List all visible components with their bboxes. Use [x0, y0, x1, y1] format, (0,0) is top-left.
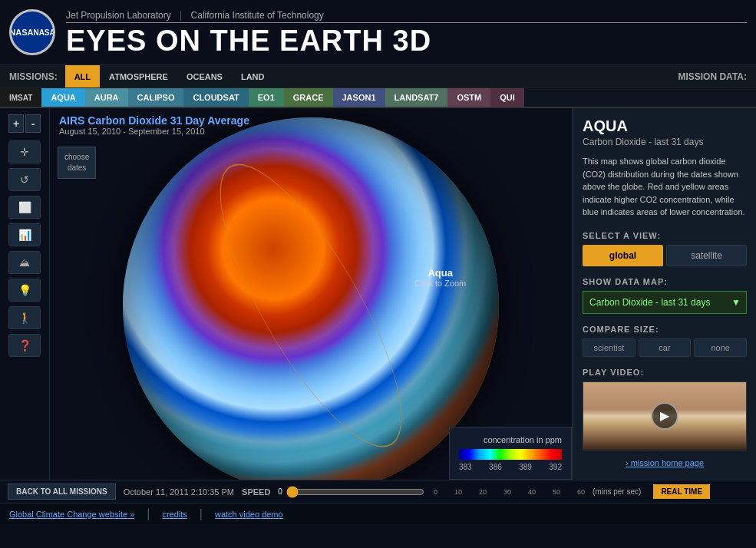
orbit-line [188, 142, 433, 470]
speed-tick-0: 0 [434, 488, 437, 496]
footer: Global Climate Change website » | credit… [0, 503, 756, 524]
data-map-dropdown[interactable]: Carbon Dioxide - last 31 days [583, 291, 747, 314]
panel-subtitle: Carbon Dioxide - last 31 days [583, 137, 747, 147]
data-title-bar: AIRS Carbon Dioxide 31 Day Average Augus… [50, 108, 572, 142]
tooltip-click-action: Click to Zoom [414, 279, 466, 288]
speed-numbers: 0 10 20 30 40 50 60 [434, 488, 585, 496]
globe-visual[interactable]: Aqua Click to Zoom [123, 117, 499, 480]
reset-tool-button[interactable]: ↺ [8, 168, 41, 191]
sat-tab-imsat[interactable]: IMSAT [0, 88, 41, 107]
legend-val-1: 383 [459, 463, 472, 471]
legend-title: concentration in ppm [459, 435, 562, 444]
mission-home-link[interactable]: › mission home page [583, 458, 747, 467]
sat-tab-jason1[interactable]: JASON1 [333, 88, 385, 107]
mission-data-label: MISSION DATA: [678, 71, 747, 82]
org-part2: California Institute of Technology [191, 10, 324, 21]
speed-label: SPEED [242, 487, 270, 497]
mission-tab-all[interactable]: ALL [65, 65, 100, 87]
tooltip-satellite-name: Aqua [414, 267, 466, 279]
panel-description: This map shows global carbon dioxide (CO… [583, 155, 747, 219]
rotate-tool-button[interactable]: ✛ [8, 140, 41, 163]
zoom-in-button[interactable]: + [8, 114, 24, 133]
terrain-tool-button[interactable]: ⛰ [8, 251, 41, 274]
legend-val-3: 389 [519, 463, 532, 471]
dropdown-arrow-icon: ▼ [731, 297, 741, 308]
nasa-logo: NASA [9, 9, 55, 55]
compare-none-button[interactable]: none [694, 338, 747, 357]
zoom-controls: + - [8, 114, 41, 133]
view-tool-button[interactable]: ⬜ [8, 196, 41, 219]
compare-scientist-button[interactable]: scientist [583, 338, 636, 357]
data-date: August 15, 2010 - September 15, 2010 [59, 127, 563, 136]
compare-button-group: scientist car none [583, 338, 747, 357]
back-to-missions-button[interactable]: BACK TO ALL MISSIONS [8, 484, 116, 500]
speed-tick-50: 50 [553, 488, 560, 496]
org-separator: | [180, 10, 182, 21]
view-satellite-button[interactable]: satellite [666, 245, 747, 266]
header-subtitle: Jet Propulsion Laboratory | California I… [66, 10, 747, 23]
bottom-bar: BACK TO ALL MISSIONS October 11, 2011 2:… [0, 480, 756, 503]
dropdown-value: Carbon Dioxide - last 31 days [589, 297, 710, 308]
select-view-label: SELECT A VIEW: [583, 231, 747, 240]
person-tool-button[interactable]: 🚶 [8, 306, 41, 329]
help-tool-button[interactable]: ❓ [8, 334, 41, 357]
sat-tab-aura[interactable]: AURA [85, 88, 128, 107]
sat-tab-eo1[interactable]: EO1 [249, 88, 284, 107]
globe-area[interactable]: AIRS Carbon Dioxide 31 Day Average Augus… [50, 108, 572, 480]
mission-tab-land[interactable]: LAND [232, 65, 274, 87]
view-global-button[interactable]: global [583, 245, 663, 266]
footer-sep-1: | [147, 507, 150, 521]
choose-dates-button[interactable]: choosedates [58, 147, 96, 179]
show-data-label: SHOW DATA MAP: [583, 277, 747, 286]
legend-labels: 383 386 389 392 [459, 463, 562, 471]
sat-tab-ostm[interactable]: OSTM [447, 88, 490, 107]
speed-tick-20: 20 [479, 488, 487, 496]
legend-gradient [459, 449, 562, 460]
datetime-display: October 11, 2011 2:10:35 PM [124, 487, 234, 497]
chart-tool-button[interactable]: 📊 [8, 223, 41, 246]
missions-label: MISSIONS: [9, 71, 58, 82]
view-button-group: global satellite [583, 245, 747, 266]
sat-tab-calipso[interactable]: CALIPSO [128, 88, 184, 107]
footer-sep-2: | [200, 507, 203, 521]
globe-tooltip: Aqua Click to Zoom [414, 267, 466, 288]
video-demo-link[interactable]: watch video demo [215, 510, 283, 519]
legend-val-4: 392 [549, 463, 562, 471]
sat-tab-cloudsat[interactable]: CLOUDSAT [183, 88, 248, 107]
right-panel: AQUA Carbon Dioxide - last 31 days This … [572, 108, 756, 480]
legend-val-2: 386 [489, 463, 502, 471]
sat-tab-aqua[interactable]: AQUA [41, 88, 84, 107]
mission-tab-oceans[interactable]: OCEANS [177, 65, 232, 87]
zoom-out-button[interactable]: - [25, 114, 41, 133]
legend-box: concentration in ppm 383 386 389 392 [449, 427, 572, 480]
play-icon[interactable]: ▶ [651, 402, 678, 430]
speed-tick-40: 40 [528, 488, 536, 496]
speed-slider[interactable] [286, 486, 424, 498]
panel-title: AQUA [583, 117, 747, 135]
mins-per-sec-label: (mins per sec) [593, 487, 641, 496]
mission-bar: MISSIONS: ALL ATMOSPHERE OCEANS LAND MIS… [0, 65, 756, 88]
compare-size-label: COMPARE SIZE: [583, 325, 747, 334]
climate-link[interactable]: Global Climate Change website » [9, 510, 134, 519]
speed-tick-10: 10 [454, 488, 462, 496]
sat-tab-landsat7[interactable]: LANDSAT7 [385, 88, 448, 107]
compare-car-button[interactable]: car [639, 338, 692, 357]
header: NASA Jet Propulsion Laboratory | Califor… [0, 0, 756, 65]
header-text: Jet Propulsion Laboratory | California I… [66, 10, 747, 55]
org-part1: Jet Propulsion Laboratory [66, 10, 171, 21]
video-thumbnail[interactable]: ▶ [583, 381, 747, 451]
credits-link[interactable]: credits [162, 510, 187, 519]
data-title: AIRS Carbon Dioxide 31 Day Average [59, 114, 563, 127]
left-panel: + - ✛ ↺ ⬜ 📊 ⛰ 💡 🚶 ❓ [0, 108, 50, 480]
speed-tick-30: 30 [503, 488, 511, 496]
realtime-button[interactable]: REAL TIME [653, 484, 710, 499]
speed-slider-wrap: 0 [278, 486, 424, 498]
sat-tab-qui[interactable]: QUI [490, 88, 524, 107]
light-tool-button[interactable]: 💡 [8, 279, 41, 302]
speed-value: 0 [278, 487, 282, 496]
mission-tab-atmosphere[interactable]: ATMOSPHERE [100, 65, 177, 87]
satellite-bar: IMSAT AQUA AURA CALIPSO CLOUDSAT EO1 GRA… [0, 88, 756, 108]
sat-tab-grace[interactable]: GRACE [284, 88, 333, 107]
data-map-dropdown-wrap: Carbon Dioxide - last 31 days ▼ [583, 291, 747, 314]
play-video-label: PLAY VIDEO: [583, 368, 747, 377]
